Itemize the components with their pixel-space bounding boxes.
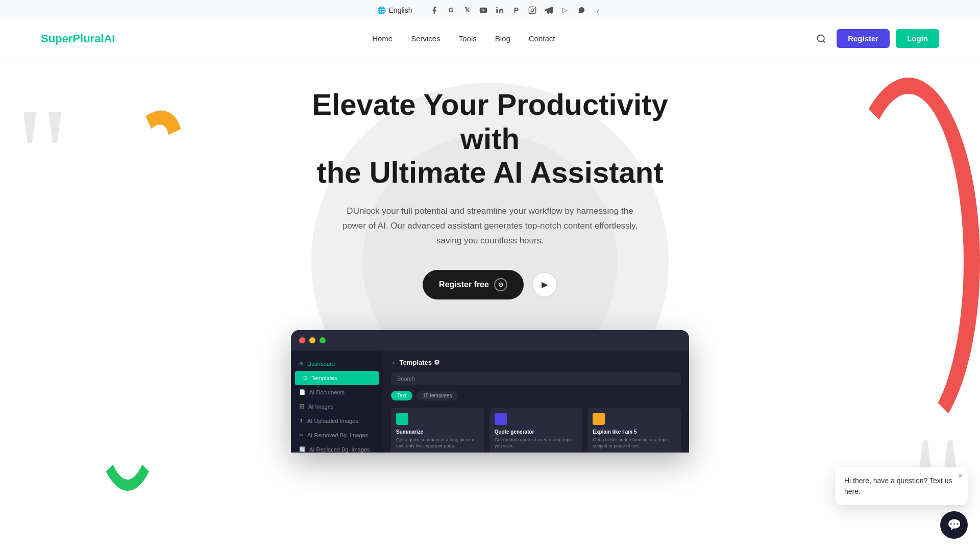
sidebar-item-ai-images[interactable]: 🖼 AI Images (291, 399, 383, 414)
globe-icon: 🌐 (377, 6, 386, 14)
nav-item-blog[interactable]: Blog (495, 34, 510, 43)
hero-title: Elevate Your Productivity with the Ultim… (311, 88, 669, 190)
svg-point-3 (531, 9, 534, 11)
arc-red (837, 78, 980, 445)
dash-card-title-quote: Quote generator (495, 429, 578, 435)
dash-card-icon-explain (593, 413, 605, 425)
hero-actions: Register free ⊙ ▶ (311, 270, 669, 299)
svg-point-5 (818, 35, 824, 41)
register-free-button[interactable]: Register free ⊙ (423, 270, 524, 299)
nav-actions: Register Login (812, 29, 939, 48)
search-button[interactable] (812, 30, 830, 48)
deco-quote-left: " (15, 88, 69, 220)
social-icons-bar: G 𝕏 P ▷ ♪ (429, 5, 603, 15)
arrow-icon: ⊙ (494, 278, 507, 291)
chat-popup-text: Hi there, have a question? Text us here. (844, 475, 959, 497)
sidebar-item-ai-removed-bg[interactable]: ✂ AI Removed Bg. Images (291, 428, 383, 442)
tiktok-icon[interactable]: ♪ (593, 5, 603, 15)
chat-icon: 💬 (947, 518, 961, 532)
top-bar: 🌐 English G 𝕏 P ▷ (0, 0, 980, 20)
pinterest-icon[interactable]: P (511, 5, 521, 15)
svg-line-6 (823, 40, 825, 42)
dash-card-icon-summarize (396, 413, 408, 425)
dash-cards: Summarize Get a quick summary of a long … (391, 408, 681, 453)
logo-accent: AI (104, 32, 115, 45)
dash-sidebar: ⊞ Dashboard ⊡ Templates 📄 AI Documents 🖼… (291, 350, 383, 453)
sidebar-item-dashboard[interactable]: ⊞ Dashboard (291, 357, 383, 371)
sidebar-item-ai-uploaded-images[interactable]: ⬆ AI Uploaded Images (291, 414, 383, 428)
dash-card-explain: Explain like I am 5 Get a better underst… (587, 408, 681, 453)
chat-close-button[interactable]: × (958, 471, 963, 481)
dash-card-title-summarize: Summarize (396, 429, 479, 435)
dash-search[interactable]: Search (391, 372, 681, 385)
filter-count-button[interactable]: 15 templates (416, 391, 458, 400)
dashboard-preview: ⊞ Dashboard ⊡ Templates 📄 AI Documents 🖼… (291, 330, 689, 453)
chat-widget: Hi there, have a question? Text us here.… (835, 467, 968, 539)
nav-item-tools[interactable]: Tools (459, 34, 477, 43)
google-icon[interactable]: G (446, 5, 456, 15)
hero-content: Elevate Your Productivity with the Ultim… (311, 88, 669, 299)
dash-main-header: ← Templates ⚙ (391, 359, 681, 366)
dash-dot-yellow (309, 337, 315, 343)
whatsapp-icon[interactable] (576, 5, 586, 15)
dash-card-icon-quote (495, 413, 507, 425)
sidebar-item-ai-documents[interactable]: 📄 AI Documents (291, 385, 383, 399)
hero-subtitle: DUnlock your full potential and streamli… (337, 204, 643, 248)
dash-card-quote: Quote generator Get random quotes based … (489, 408, 583, 453)
nav-links: Home Services Tools Blog Contact (372, 34, 555, 43)
play-button[interactable]: ▶ (532, 272, 557, 297)
sidebar-item-ai-replaced-bg[interactable]: 🔄 AI Replaced Bg. Images (291, 442, 383, 453)
dash-card-summarize: Summarize Get a quick summary of a long … (391, 408, 484, 453)
dash-dot-red (299, 337, 305, 343)
arc-orange (100, 101, 196, 228)
logo[interactable]: SuperPluralAI (41, 32, 115, 45)
login-button[interactable]: Login (896, 29, 939, 48)
svg-rect-2 (529, 7, 536, 13)
hero-section: " " Elevate Your Productivity with the U… (0, 57, 980, 547)
dash-topbar (291, 330, 689, 350)
dash-dot-green (320, 337, 326, 343)
dash-card-desc-summarize: Get a quick summary of a long piece of t… (396, 437, 479, 449)
arc-green (87, 236, 168, 491)
facebook-icon[interactable] (429, 5, 439, 15)
register-button[interactable]: Register (837, 29, 890, 48)
telegram-icon[interactable] (544, 5, 554, 15)
play-icon: ▶ (542, 280, 548, 289)
language-selector[interactable]: 🌐 English (377, 6, 412, 14)
linkedin-icon[interactable] (495, 5, 505, 15)
navbar: SuperPluralAI Home Services Tools Blog C… (0, 20, 980, 57)
dash-filter-row: Text 15 templates (391, 391, 681, 400)
chat-open-button[interactable]: 💬 (940, 511, 968, 539)
dash-card-title-explain: Explain like I am 5 (593, 429, 676, 435)
svg-point-4 (534, 8, 535, 9)
filter-text-button[interactable]: Text (391, 391, 412, 400)
nav-item-services[interactable]: Services (411, 34, 440, 43)
twitter-x-icon[interactable]: 𝕏 (462, 5, 472, 15)
language-label: English (389, 6, 412, 14)
chat-popup: Hi there, have a question? Text us here.… (835, 467, 968, 505)
youtube-icon[interactable] (478, 5, 488, 15)
instagram-icon[interactable] (527, 5, 537, 15)
dash-card-desc-quote: Get random quotes based on the topic you… (495, 437, 578, 449)
dash-card-desc-explain: Get a better understanding on a topic, s… (593, 437, 676, 449)
svg-point-1 (497, 7, 498, 8)
nav-item-contact[interactable]: Contact (529, 34, 555, 43)
logo-text: SuperPlural (41, 32, 104, 45)
play-store-icon[interactable]: ▷ (560, 5, 570, 15)
dash-inner: ⊞ Dashboard ⊡ Templates 📄 AI Documents 🖼… (291, 350, 689, 453)
nav-item-home[interactable]: Home (372, 34, 393, 43)
sidebar-item-templates[interactable]: ⊡ Templates (295, 371, 379, 385)
dash-main: ← Templates ⚙ Search Text 15 templates S… (383, 350, 689, 453)
